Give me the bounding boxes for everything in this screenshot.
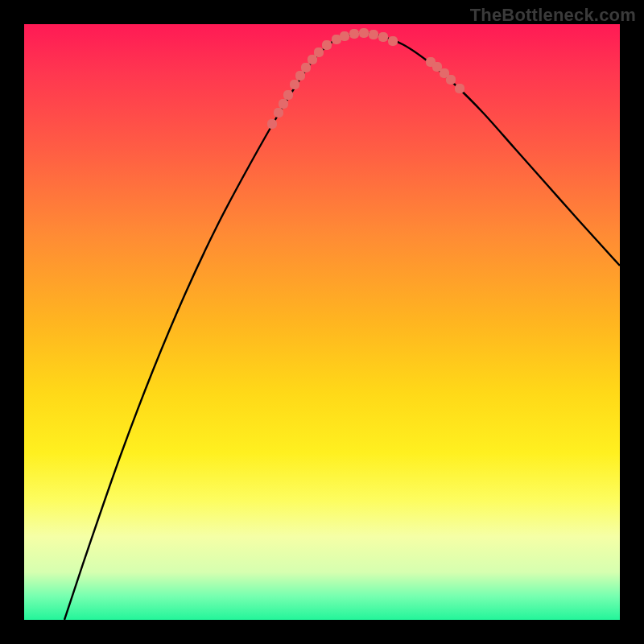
watermark-text: TheBottleneck.com	[470, 5, 636, 26]
curve-marker	[267, 119, 277, 129]
curve-marker	[388, 36, 398, 46]
chart-frame	[24, 24, 620, 620]
curve-marker	[378, 32, 388, 42]
curve-marker	[274, 108, 283, 118]
marker-group	[267, 28, 464, 129]
curve-marker	[283, 90, 293, 100]
curve-marker	[279, 99, 288, 109]
curve-marker	[290, 80, 299, 89]
curve-marker	[322, 40, 332, 50]
curve-marker	[301, 63, 311, 72]
curve-marker	[455, 84, 464, 93]
curve-marker	[369, 30, 378, 39]
bottleneck-curve-path	[64, 33, 620, 620]
curve-marker	[295, 71, 305, 80]
curve-marker	[340, 31, 349, 41]
curve-marker	[446, 75, 456, 85]
curve-marker	[349, 29, 359, 39]
curve-marker	[359, 28, 369, 38]
curve-marker	[314, 47, 324, 57]
bottleneck-chart	[24, 24, 620, 620]
